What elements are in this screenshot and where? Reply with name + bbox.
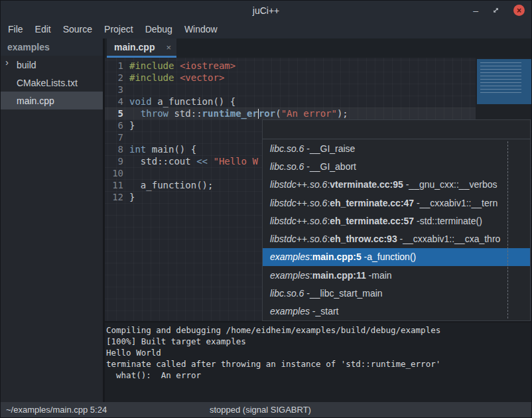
stack-frame-dash: - bbox=[362, 251, 367, 262]
stack-frame[interactable]: libstdc++.so.6:vterminate.cc:95 - __gnu_… bbox=[263, 176, 530, 194]
menu-item-window[interactable]: Window bbox=[178, 20, 224, 38]
menu-item-project[interactable]: Project bbox=[98, 20, 139, 38]
chevron-right-icon[interactable]: › bbox=[5, 56, 9, 68]
menu-item-source[interactable]: Source bbox=[57, 20, 98, 38]
stack-frame[interactable]: examples:main.cpp:11 - main bbox=[263, 266, 530, 284]
stack-frame-library: libstdc++.so.6 bbox=[270, 234, 327, 244]
line-number: 10 bbox=[105, 167, 123, 179]
stack-frame[interactable]: examples - _start bbox=[263, 303, 530, 320]
line-number: 6 bbox=[105, 119, 123, 131]
stack-frame[interactable]: examples:main.cpp:5 - a_function() bbox=[263, 248, 530, 266]
tab-bar: main.cpp × bbox=[105, 38, 531, 58]
stack-frame-function: std::terminate() bbox=[420, 216, 482, 226]
stack-frame-library: libstdc++.so.6 bbox=[270, 179, 327, 190]
code-line-text bbox=[123, 167, 129, 179]
stack-frame-dash: - bbox=[304, 161, 310, 172]
window-title: juCi++ bbox=[253, 5, 279, 16]
code-line[interactable]: 1#include <iostream> bbox=[105, 60, 531, 72]
stack-frame-location: main.cpp:5 bbox=[312, 251, 362, 262]
stack-frame-location: eh_terminate.cc:47 bbox=[330, 198, 414, 208]
stack-frame-library: libc.so.6 bbox=[270, 143, 304, 154]
sidebar-item-cmakeliststxt[interactable]: CMakeLists.txt bbox=[1, 74, 103, 92]
code-editor[interactable]: 1#include <iostream>2#include <vector>34… bbox=[105, 58, 531, 321]
stack-frame-location: eh_throw.cc:93 bbox=[330, 234, 397, 244]
code-line-text: a_function(); bbox=[123, 179, 213, 191]
console-line: Hello World bbox=[106, 347, 531, 358]
tab-close-icon[interactable]: × bbox=[166, 42, 171, 52]
code-line[interactable]: 2#include <vector> bbox=[105, 72, 531, 84]
line-number: 5 bbox=[105, 107, 123, 119]
minimize-button[interactable]: – bbox=[473, 6, 478, 15]
line-number: 9 bbox=[105, 155, 123, 167]
stack-frame-library: examples bbox=[270, 306, 310, 316]
sidebar-item-label: CMakeLists.txt bbox=[1, 78, 78, 88]
stack-frame[interactable]: libstdc++.so.6:eh_terminate.cc:47 - __cx… bbox=[263, 194, 530, 212]
tab-maincpp[interactable]: main.cpp × bbox=[107, 38, 176, 58]
stack-frame[interactable]: libc.so.6 - __GI_abort bbox=[263, 157, 530, 175]
stack-frame-function: __cxxabiv1::__cxa_thro bbox=[403, 234, 500, 244]
stack-trace-popup: libc.so.6 - __GI_raiselibc.so.6 - __GI_a… bbox=[262, 119, 531, 321]
stack-frame-library: examples bbox=[270, 251, 310, 262]
code-line-text: int main() { bbox=[123, 143, 196, 155]
console-line: Compiling and debugging /home/eidheim/ex… bbox=[106, 324, 531, 336]
code-line-text bbox=[123, 131, 129, 143]
stack-frame[interactable]: libstdc++.so.6:eh_throw.cc:93 - __cxxabi… bbox=[263, 230, 530, 247]
main-area: examples ›buildCMakeLists.txtmain.cpp ma… bbox=[1, 38, 531, 402]
code-line-text: #include <vector> bbox=[123, 72, 224, 84]
stack-frame-library: libc.so.6 bbox=[270, 161, 304, 172]
line-number: 2 bbox=[105, 72, 123, 84]
stack-frame[interactable]: libstdc++.so.6:eh_terminate.cc:57 - std:… bbox=[263, 212, 530, 230]
minimap-code-lines bbox=[480, 62, 521, 96]
line-number: 8 bbox=[105, 143, 123, 155]
sidebar-item-label: main.cpp bbox=[1, 96, 54, 106]
line-number: 7 bbox=[105, 131, 123, 143]
console-line: [100%] Built target examples bbox=[106, 336, 531, 347]
stack-frame-dash: - bbox=[366, 270, 372, 281]
editor-column: main.cpp × 1#include <iostream>2#include… bbox=[105, 38, 531, 402]
code-line[interactable]: 3 bbox=[105, 84, 531, 96]
sidebar-item-build[interactable]: ›build bbox=[1, 56, 103, 74]
stack-frame-function: a_function() bbox=[367, 251, 416, 262]
stack-popup-scrollbar[interactable] bbox=[507, 141, 508, 318]
code-line-text: } bbox=[123, 191, 135, 203]
window-controls: – × bbox=[473, 1, 525, 20]
restore-button[interactable] bbox=[492, 7, 499, 14]
stack-frame-function: main bbox=[371, 270, 391, 281]
stack-frame-dash: - bbox=[397, 234, 403, 244]
stack-frame-function: __GI_abort bbox=[310, 161, 356, 172]
stack-frame-function: __GI_raise bbox=[310, 143, 355, 154]
stack-frame-function: __gnu_cxx::__verbos bbox=[409, 179, 497, 190]
title-bar[interactable]: juCi++ – × bbox=[1, 1, 531, 20]
line-number: 11 bbox=[105, 179, 123, 191]
stack-frame-list: libc.so.6 - __GI_raiselibc.so.6 - __GI_a… bbox=[263, 139, 530, 320]
line-number: 3 bbox=[105, 84, 123, 96]
project-name-header: examples bbox=[1, 38, 103, 56]
stack-frame-library: libc.so.6 bbox=[270, 288, 304, 299]
code-line-text: void a_function() { bbox=[123, 96, 235, 107]
code-line[interactable]: 5 throw std::runtime_error("An error"); bbox=[105, 107, 531, 119]
code-line-text: #include <iostream> bbox=[123, 60, 235, 72]
juci-window: { "window": { "title": "juCi++", "contro… bbox=[0, 0, 532, 418]
stack-frame-function: _start bbox=[315, 306, 338, 316]
minimap[interactable] bbox=[477, 59, 531, 104]
stack-frame[interactable]: libc.so.6 - __GI_raise bbox=[263, 139, 530, 157]
stack-frame-dash: - bbox=[414, 198, 420, 208]
stack-frame-library: libstdc++.so.6 bbox=[270, 216, 327, 226]
menu-item-file[interactable]: File bbox=[2, 20, 29, 38]
sidebar-item-maincpp[interactable]: main.cpp bbox=[1, 92, 103, 109]
menu-item-edit[interactable]: Edit bbox=[29, 20, 57, 38]
stack-frame-dash: - bbox=[414, 216, 420, 226]
stack-popup-search[interactable] bbox=[263, 120, 530, 139]
cursor-position-status: ~/examples/main.cpp 5:24 bbox=[1, 405, 107, 415]
stack-frame-library: examples bbox=[270, 270, 310, 281]
close-icon: × bbox=[517, 6, 521, 15]
code-line[interactable]: 4void a_function() { bbox=[105, 96, 531, 107]
stack-frame-dash: - bbox=[304, 288, 310, 299]
stack-frame-dash: - bbox=[304, 143, 310, 154]
close-button[interactable]: × bbox=[513, 5, 525, 16]
tab-label: main.cpp bbox=[114, 42, 155, 52]
code-line-text bbox=[123, 84, 129, 96]
stack-frame[interactable]: libc.so.6 - __libc_start_main bbox=[263, 284, 530, 302]
console-line: what(): An error bbox=[106, 370, 531, 381]
menu-item-debug[interactable]: Debug bbox=[139, 20, 178, 38]
